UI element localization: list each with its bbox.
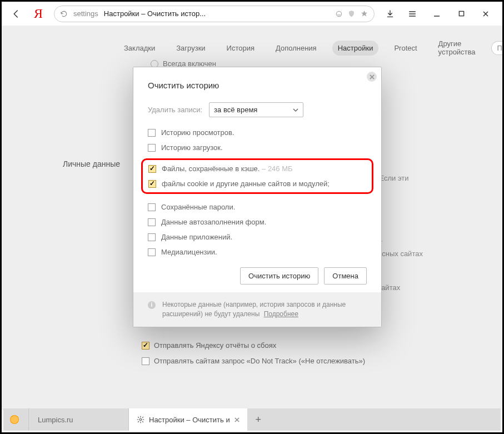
- option-media-licenses[interactable]: Медиалицензии.: [148, 248, 367, 256]
- clear-options-list: Историю просмотров. Историю загрузок. Фа…: [148, 128, 367, 256]
- checkbox-icon[interactable]: [148, 248, 156, 256]
- downloads-button[interactable]: [380, 6, 400, 22]
- tab-strip: Lumpics.ru Настройки – Очистить и +: [3, 408, 501, 431]
- chevron-down-icon: [293, 107, 298, 113]
- new-tab-button[interactable]: +: [247, 408, 270, 431]
- bookmark-star-icon[interactable]: [360, 9, 368, 18]
- crash-reports-label: Отправлять Яндексу отчёты о сбоях: [154, 341, 276, 350]
- info-icon: i: [148, 301, 156, 309]
- maximize-button[interactable]: [449, 6, 473, 22]
- checkbox-icon[interactable]: [148, 165, 156, 173]
- time-range-dropdown[interactable]: за всё время: [209, 102, 303, 117]
- tab-settings-active[interactable]: Настройки – Очистить и: [129, 408, 247, 431]
- reload-icon[interactable]: [60, 10, 68, 18]
- nav-tab-downloads[interactable]: Загрузки: [171, 41, 211, 56]
- tab-close-icon[interactable]: [234, 417, 239, 422]
- settings-search[interactable]: Пои: [491, 41, 502, 55]
- option-browsing-history[interactable]: Историю просмотров.: [148, 128, 367, 137]
- option-cookies[interactable]: файлы cookie и другие данные сайтов и мо…: [148, 179, 366, 188]
- dialog-title: Очистить историю: [148, 81, 367, 90]
- dropdown-value: за всё время: [214, 106, 257, 114]
- minimize-button[interactable]: [425, 6, 449, 22]
- page-title-inline: Настройки – Очистить истор...: [104, 9, 206, 18]
- checkbox-icon[interactable]: [148, 218, 156, 226]
- nav-tab-history[interactable]: История: [221, 41, 260, 56]
- settings-nav-tabs: Закладки Загрузки История Дополнения Нас…: [2, 36, 502, 59]
- checkbox-icon[interactable]: [148, 203, 156, 211]
- clear-history-dialog: Очистить историю Удалить записи: за всё …: [133, 67, 382, 327]
- option-autofill[interactable]: Данные автозаполнения форм.: [148, 218, 367, 226]
- cancel-button[interactable]: Отмена: [324, 267, 367, 285]
- footer-more-link[interactable]: Подробнее: [264, 310, 298, 318]
- checkbox-icon[interactable]: [148, 144, 156, 152]
- personal-data-heading: Личные данные: [63, 159, 120, 168]
- nav-tab-addons[interactable]: Дополнения: [270, 41, 322, 56]
- checkbox-icon[interactable]: [142, 357, 149, 365]
- orange-favicon: [10, 415, 19, 424]
- nav-tab-devices[interactable]: Другие устройства: [433, 36, 481, 59]
- checkbox-icon[interactable]: [142, 342, 149, 350]
- clear-history-button[interactable]: Очистить историю: [240, 267, 318, 285]
- option-download-history[interactable]: Историю загрузок.: [148, 143, 367, 152]
- gear-icon: [137, 416, 144, 423]
- security-icon[interactable]: [335, 10, 343, 18]
- shield-icon[interactable]: [347, 9, 356, 18]
- option-apps-data[interactable]: Данные приложений.: [148, 233, 367, 241]
- option-passwords[interactable]: Сохранённые пароли.: [148, 203, 367, 211]
- svg-point-0: [336, 11, 341, 16]
- yandex-logo[interactable]: Я: [28, 6, 48, 21]
- footer-text: Некоторые данные (например, история запр…: [162, 301, 346, 318]
- tab-title: Настройки – Очистить и: [149, 416, 230, 424]
- dialog-footer: i Некоторые данные (например, история за…: [133, 292, 381, 327]
- tab-lumpics[interactable]: Lumpics.ru: [29, 408, 129, 431]
- checkbox-icon[interactable]: [148, 233, 156, 241]
- close-window-button[interactable]: [473, 6, 498, 22]
- do-not-track-row[interactable]: Отправлять сайтам запрос «Do Not Track» …: [142, 357, 365, 365]
- svg-rect-1: [459, 11, 463, 16]
- back-button[interactable]: [6, 6, 26, 22]
- address-bar[interactable]: settings Настройки – Очистить истор...: [54, 6, 375, 22]
- menu-button[interactable]: [402, 6, 422, 22]
- url-prefix: settings: [73, 9, 98, 18]
- checkbox-icon[interactable]: [148, 180, 156, 188]
- nav-tab-protect[interactable]: Protect: [388, 41, 422, 56]
- crash-reports-row[interactable]: Отправлять Яндексу отчёты о сбоях: [142, 341, 276, 350]
- option-cached-files[interactable]: Файлы, сохранённые в кэше. – 246 МБ: [148, 164, 366, 173]
- dialog-close-button[interactable]: [367, 72, 377, 82]
- dnt-label: Отправлять сайтам запрос «Do Not Track» …: [154, 357, 365, 365]
- checkbox-icon[interactable]: [148, 129, 156, 137]
- delete-records-label: Удалить записи:: [148, 106, 202, 114]
- nav-tab-bookmarks[interactable]: Закладки: [118, 41, 161, 56]
- pinned-tab[interactable]: [3, 408, 29, 431]
- browser-toolbar: Я settings Настройки – Очистить истор...: [2, 2, 502, 26]
- highlighted-options: Файлы, сохранённые в кэше. – 246 МБ файл…: [141, 158, 373, 194]
- nav-tab-settings[interactable]: Настройки: [332, 41, 379, 56]
- svg-point-2: [139, 418, 142, 421]
- settings-page: Закладки Загрузки История Дополнения Нас…: [2, 26, 502, 410]
